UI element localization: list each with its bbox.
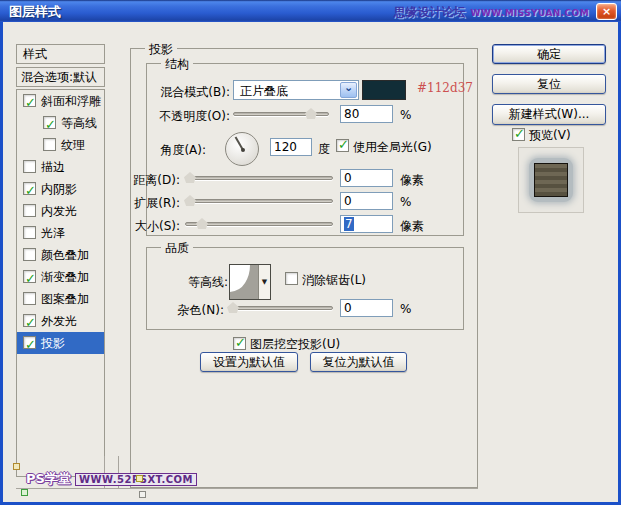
- angle-label: 角度(A):: [110, 142, 206, 159]
- sidebar-item-label: 等高线: [61, 112, 97, 134]
- selection-handle[interactable]: [21, 489, 28, 496]
- contour-label: 等高线:: [140, 274, 228, 291]
- size-field[interactable]: 7: [340, 215, 393, 233]
- new-style-button[interactable]: 新建样式(W)...: [492, 104, 606, 125]
- selection-handle[interactable]: [136, 475, 143, 482]
- anti-alias-label: 消除锯齿(L): [302, 272, 366, 289]
- sidebar-item-label: 光泽: [41, 222, 65, 244]
- distance-field[interactable]: 0: [340, 169, 393, 187]
- global-light-checkbox[interactable]: [336, 139, 349, 152]
- hex-annotation: #112d37: [417, 81, 473, 95]
- spread-unit: %: [400, 195, 411, 209]
- style-preview-thumbnail: [518, 147, 584, 213]
- watermark-brand: 思缘设计论坛 WWW.MISSYUAN.COM: [394, 4, 589, 21]
- size-field-selected-text: 7: [344, 217, 354, 231]
- blend-mode-value: 正片叠底: [240, 83, 288, 100]
- blend-mode-select[interactable]: 正片叠底: [233, 80, 359, 100]
- contour-curve-icon: [230, 265, 259, 299]
- sidebar-item[interactable]: 投影: [17, 332, 104, 354]
- opacity-field[interactable]: 80: [340, 105, 393, 123]
- set-default-button[interactable]: 设置为默认值: [200, 352, 298, 372]
- sidebar-item-label: 斜面和浮雕: [41, 90, 101, 112]
- sidebar-item-checkbox[interactable]: [23, 94, 36, 107]
- sidebar-item-label: 图案叠加: [41, 288, 89, 310]
- reset-default-button[interactable]: 复位为默认值: [310, 352, 407, 372]
- brand-url: WWW.MISSYUAN.COM: [471, 8, 589, 18]
- sidebar-item[interactable]: 渐变叠加: [17, 266, 104, 288]
- spread-label: 扩展(R):: [90, 195, 180, 212]
- watermark: PS学堂 WWW.52PSXT.COM: [26, 470, 197, 488]
- sidebar-item-label: 颜色叠加: [41, 244, 89, 266]
- sidebar-item[interactable]: 图案叠加: [17, 288, 104, 310]
- sidebar-item-checkbox[interactable]: [23, 314, 36, 327]
- spread-slider[interactable]: [185, 199, 333, 203]
- spread-field[interactable]: 0: [340, 192, 393, 210]
- chevron-down-icon[interactable]: [340, 82, 357, 98]
- layer-style-dialog: 图层样式 思缘设计论坛 WWW.MISSYUAN.COM × 样式 混合选项:默…: [0, 0, 621, 505]
- distance-unit: 像素: [400, 172, 424, 189]
- bottom-line: [16, 488, 478, 489]
- sidebar-item[interactable]: 外发光: [17, 310, 104, 332]
- watermark-name: PS学堂: [26, 470, 71, 488]
- preview-checkbox[interactable]: [512, 128, 525, 141]
- blending-options-item[interactable]: 混合选项:默认: [16, 67, 105, 87]
- style-list: 斜面和浮雕等高线纹理描边内阴影内发光光泽颜色叠加渐变叠加图案叠加外发光投影: [16, 89, 105, 477]
- global-light-label: 使用全局光(G): [353, 139, 432, 156]
- anti-alias-checkbox[interactable]: [285, 272, 298, 285]
- sidebar-item-label: 内阴影: [41, 178, 77, 200]
- distance-label: 距离(D):: [90, 172, 180, 189]
- sidebar-item-checkbox[interactable]: [43, 138, 56, 151]
- styles-header[interactable]: 样式: [16, 44, 105, 64]
- opacity-unit: %: [400, 108, 411, 122]
- title-bar[interactable]: 图层样式 思缘设计论坛 WWW.MISSYUAN.COM ×: [0, 0, 621, 22]
- distance-slider[interactable]: [185, 176, 333, 180]
- contour-picker[interactable]: ▼: [229, 264, 271, 300]
- dialog-title: 图层样式: [9, 3, 61, 21]
- sidebar-item-checkbox[interactable]: [23, 160, 36, 173]
- noise-slider[interactable]: [228, 306, 333, 310]
- contour-dropdown-arrow-icon[interactable]: ▼: [258, 265, 270, 299]
- brand-name: 思缘设计论坛: [394, 4, 466, 21]
- sidebar-item-checkbox[interactable]: [43, 116, 56, 129]
- sidebar-item-label: 描边: [41, 156, 65, 178]
- reset-button[interactable]: 复位: [492, 74, 606, 94]
- noise-field[interactable]: 0: [340, 299, 393, 317]
- sidebar-item[interactable]: 颜色叠加: [17, 244, 104, 266]
- sidebar-item-label: 纹理: [61, 134, 85, 156]
- sidebar-item-checkbox[interactable]: [23, 248, 36, 261]
- layer-knockout-label: 图层挖空投影(U): [250, 336, 340, 353]
- sidebar-item-checkbox[interactable]: [23, 292, 36, 305]
- sidebar-item-checkbox[interactable]: [23, 336, 36, 349]
- sidebar-item-label: 投影: [41, 332, 65, 354]
- layer-knockout-checkbox[interactable]: [233, 337, 246, 350]
- quality-title: 品质: [161, 240, 193, 257]
- sidebar-item[interactable]: 斜面和浮雕: [17, 90, 104, 112]
- size-label: 大小(S):: [90, 218, 180, 235]
- angle-unit: 度: [318, 141, 330, 158]
- opacity-label: 不透明度(O):: [130, 108, 230, 125]
- selection-handle[interactable]: [139, 491, 146, 498]
- sidebar-item-checkbox[interactable]: [23, 226, 36, 239]
- sidebar-item-checkbox[interactable]: [23, 182, 36, 195]
- selection-handle[interactable]: [13, 463, 20, 470]
- preview-square: [534, 163, 568, 197]
- shadow-color-swatch[interactable]: [362, 80, 406, 100]
- noise-unit: %: [400, 302, 411, 316]
- angle-field[interactable]: 120: [270, 138, 312, 156]
- sidebar-item-checkbox[interactable]: [23, 204, 36, 217]
- ok-button[interactable]: 确定: [492, 44, 606, 64]
- noise-label: 杂色(N):: [134, 302, 224, 319]
- sidebar-item-label: 外发光: [41, 310, 77, 332]
- size-unit: 像素: [400, 218, 424, 235]
- sidebar-item-label: 渐变叠加: [41, 266, 89, 288]
- preview-label: 预览(V): [529, 127, 571, 144]
- structure-title: 结构: [161, 56, 193, 73]
- blend-mode-label: 混合模式(B):: [130, 84, 230, 101]
- angle-dot-icon: [241, 148, 245, 152]
- sidebar-item-checkbox[interactable]: [23, 270, 36, 283]
- angle-dial[interactable]: [225, 132, 259, 166]
- sidebar-item-label: 内发光: [41, 200, 77, 222]
- sidebar-item[interactable]: 纹理: [17, 134, 104, 156]
- close-button[interactable]: ×: [596, 3, 617, 20]
- sidebar-item[interactable]: 等高线: [17, 112, 104, 134]
